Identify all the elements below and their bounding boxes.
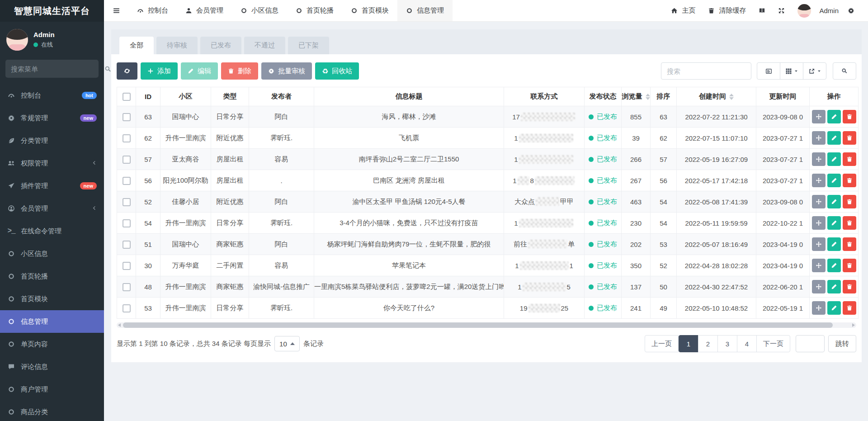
sidebar-item-0[interactable]: 控制台hot	[0, 84, 104, 107]
col-header-浏览量[interactable]: 浏览量	[622, 87, 651, 106]
topnav-item-0[interactable]: 控制台	[128, 0, 177, 21]
delete-row-button[interactable]	[843, 110, 856, 123]
sidebar-item-10[interactable]: 信息管理	[0, 310, 104, 333]
move-row-button[interactable]	[812, 174, 826, 187]
page-button-3[interactable]: 3	[717, 335, 737, 352]
topnav-item-4[interactable]: 首页模块	[342, 0, 397, 21]
edit-row-button[interactable]	[827, 152, 841, 166]
row-checkbox[interactable]	[123, 113, 131, 121]
edit-row-button[interactable]	[827, 237, 841, 251]
sidebar-item-3[interactable]: 权限管理	[0, 152, 104, 175]
home-link[interactable]: 主页	[665, 6, 702, 15]
sidebar-item-1[interactable]: 常规管理new	[0, 107, 104, 129]
page-size-select[interactable]: 10	[274, 336, 300, 351]
move-row-button[interactable]	[812, 131, 826, 145]
delete-row-button[interactable]	[843, 195, 856, 208]
sidebar-item-13[interactable]: 商户管理	[0, 378, 104, 401]
row-checkbox[interactable]	[123, 198, 131, 206]
delete-row-button[interactable]	[843, 280, 856, 293]
menu-search-input[interactable]	[11, 65, 101, 73]
settings-button[interactable]	[841, 7, 861, 14]
sidebar-item-14[interactable]: 商品分类	[0, 401, 104, 421]
move-row-button[interactable]	[812, 195, 826, 208]
avatar[interactable]	[6, 29, 28, 51]
jump-button[interactable]: 跳转	[828, 335, 856, 352]
row-checkbox[interactable]	[123, 156, 131, 164]
export-button[interactable]	[803, 62, 826, 80]
fullscreen-button[interactable]	[772, 7, 791, 14]
language-button[interactable]	[752, 7, 772, 14]
row-checkbox[interactable]	[123, 177, 131, 185]
add-button[interactable]: 添加	[141, 62, 178, 80]
sidebar-item-2[interactable]: 分类管理	[0, 129, 104, 152]
prev-page-button[interactable]: 上一页	[645, 335, 679, 352]
move-row-button[interactable]	[812, 301, 826, 315]
scroll-right-icon[interactable]	[852, 323, 855, 327]
col-header-创建时间[interactable]: 创建时间	[677, 87, 756, 106]
tab-3[interactable]: 不通过	[244, 37, 285, 54]
detail-view-button[interactable]	[757, 62, 780, 80]
sidebar-item-5[interactable]: 会员管理	[0, 197, 104, 220]
move-row-button[interactable]	[812, 280, 826, 293]
move-row-button[interactable]	[812, 237, 826, 251]
sort-icon[interactable]	[729, 94, 734, 100]
tab-4[interactable]: 已下架	[288, 37, 329, 54]
account-menu[interactable]: Admin	[791, 4, 841, 18]
delete-row-button[interactable]	[843, 131, 856, 145]
sidebar-item-12[interactable]: 评论信息	[0, 355, 104, 378]
search-submit-button[interactable]	[833, 62, 856, 80]
sidebar-item-9[interactable]: 首页模块	[0, 288, 104, 310]
refresh-button[interactable]	[117, 62, 137, 80]
page-button-4[interactable]: 4	[737, 335, 757, 352]
edit-button[interactable]: 编辑	[181, 62, 218, 80]
delete-row-button[interactable]	[843, 301, 856, 315]
row-checkbox[interactable]	[123, 219, 131, 227]
sidebar-item-7[interactable]: 小区信息	[0, 242, 104, 265]
topnav-item-5[interactable]: 信息管理	[397, 0, 453, 21]
next-page-button[interactable]: 下一页	[756, 335, 790, 352]
sort-icon[interactable]	[646, 94, 650, 100]
batch-review-button[interactable]: 批量审核	[261, 62, 312, 80]
row-checkbox[interactable]	[123, 304, 131, 312]
clear-cache-button[interactable]: 清除缓存	[702, 6, 752, 15]
topnav-item-3[interactable]: 首页轮播	[287, 0, 342, 21]
row-checkbox[interactable]	[123, 134, 131, 142]
move-row-button[interactable]	[812, 152, 826, 166]
recycle-bin-button[interactable]: ♻ 回收站	[315, 62, 359, 80]
delete-row-button[interactable]	[843, 152, 856, 166]
scrollbar-thumb[interactable]	[123, 322, 833, 328]
edit-row-button[interactable]	[827, 174, 841, 187]
page-button-1[interactable]: 1	[679, 335, 698, 352]
row-checkbox[interactable]	[123, 241, 131, 249]
table-search-input[interactable]	[661, 62, 751, 80]
delete-row-button[interactable]	[843, 174, 856, 187]
delete-row-button[interactable]	[843, 216, 856, 230]
page-button-2[interactable]: 2	[698, 335, 718, 352]
jump-page-input[interactable]	[796, 335, 825, 352]
edit-row-button[interactable]	[827, 280, 841, 293]
tab-1[interactable]: 待审核	[156, 37, 198, 54]
edit-row-button[interactable]	[827, 259, 841, 272]
move-row-button[interactable]	[812, 216, 826, 230]
row-checkbox[interactable]	[123, 283, 131, 291]
columns-button[interactable]	[780, 62, 803, 80]
sidebar-item-4[interactable]: 插件管理new	[0, 175, 104, 197]
row-checkbox[interactable]	[123, 262, 131, 270]
topnav-item-1[interactable]: 会员管理	[177, 0, 232, 21]
col-header-checkbox[interactable]	[117, 87, 136, 106]
edit-row-button[interactable]	[827, 216, 841, 230]
tab-2[interactable]: 已发布	[200, 37, 241, 54]
move-row-button[interactable]	[812, 110, 826, 123]
scroll-left-icon[interactable]	[118, 323, 121, 327]
edit-row-button[interactable]	[827, 195, 841, 208]
edit-row-button[interactable]	[827, 110, 841, 123]
sidebar-item-8[interactable]: 首页轮播	[0, 265, 104, 288]
topnav-item-2[interactable]: 小区信息	[232, 0, 287, 21]
delete-button[interactable]: 删除	[221, 62, 258, 80]
sidebar-item-6[interactable]: >_在线命令管理	[0, 220, 104, 242]
move-row-button[interactable]	[812, 259, 826, 272]
sidebar-toggle-button[interactable]	[104, 0, 128, 21]
select-all-checkbox[interactable]	[123, 93, 131, 101]
sidebar-item-11[interactable]: 单页内容	[0, 333, 104, 355]
delete-row-button[interactable]	[843, 237, 856, 251]
